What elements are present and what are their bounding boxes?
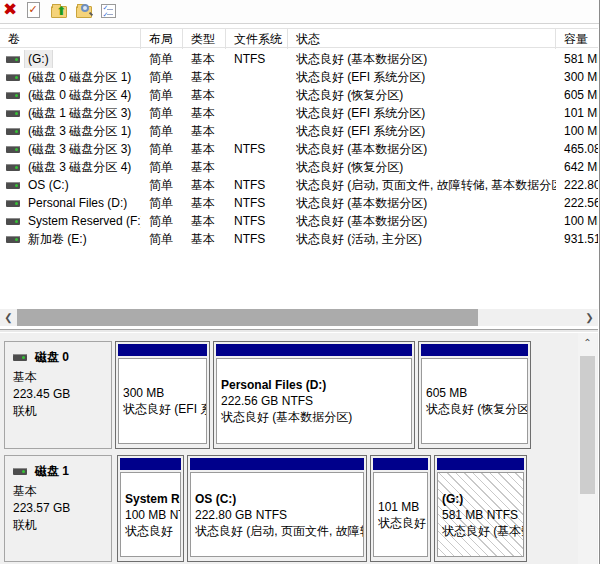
- disk-1-row: 磁盘 1 基本 223.57 GB 联机 System Reserved (F:…: [4, 455, 576, 562]
- table-row-new-volume-e[interactable]: 新加卷 (E:) 简单 基本 NTFS 状态良好 (活动, 主分区) 931.5…: [0, 230, 598, 248]
- partition-color-bar: [190, 458, 364, 470]
- disk-icon: [13, 468, 27, 475]
- volume-name: (磁盘 1 磁盘分区 3): [25, 104, 134, 122]
- check-document-icon[interactable]: [24, 1, 42, 19]
- table-row-system-reserved[interactable]: System Reserved (F:) 简单 基本 NTFS 状态良好 (基本…: [0, 212, 598, 230]
- scroll-up-icon[interactable]: ⌃: [578, 335, 597, 351]
- scrollbar-thumb[interactable]: [580, 356, 595, 494]
- column-header-status[interactable]: 状态: [288, 29, 556, 49]
- volume-icon: [6, 146, 20, 153]
- partition-efi-101mb[interactable]: 101 MB 状态良好 (EFI 系统分区): [370, 455, 431, 562]
- scrollbar-thumb[interactable]: [17, 309, 478, 326]
- disk-size: 223.45 GB: [13, 386, 111, 403]
- volume-name: 新加卷 (E:): [25, 230, 90, 248]
- partition-color-bar: [421, 344, 528, 356]
- partition-g-selected[interactable]: (G:) 581 MB NTFS 状态良好 (基本数据分区): [434, 455, 527, 562]
- table-row[interactable]: (磁盘 3 磁盘分区 4) 简单 基本 状态良好 (恢复分区) 642 MB: [0, 158, 598, 176]
- volume-icon: [6, 200, 20, 207]
- disk-status: 联机: [13, 403, 111, 420]
- scroll-left-icon[interactable]: ❮: [0, 309, 17, 326]
- disk-name: 磁盘 0: [35, 349, 69, 366]
- volume-icon: [6, 182, 20, 189]
- partition-color-bar: [373, 458, 428, 470]
- folder-explore-icon[interactable]: [75, 1, 93, 19]
- volume-name: OS (C:): [25, 176, 72, 194]
- disk-size: 223.57 GB: [13, 500, 111, 517]
- horizontal-scrollbar[interactable]: ❮ ❯: [0, 309, 598, 326]
- table-row-personal-files[interactable]: Personal Files (D:) 简单 基本 NTFS 状态良好 (基本数…: [0, 194, 598, 212]
- column-header-capacity[interactable]: 容量: [556, 29, 598, 49]
- volume-name: (磁盘 3 磁盘分区 1): [25, 122, 134, 140]
- column-header-layout[interactable]: 布局: [141, 29, 183, 49]
- volume-name: (磁盘 3 磁盘分区 4): [25, 158, 134, 176]
- table-row[interactable]: (磁盘 3 磁盘分区 3) 简单 基本 NTFS 状态良好 (基本数据分区) 4…: [0, 140, 598, 158]
- partition-efi[interactable]: 300 MB 状态良好 (EFI 系统分区): [115, 341, 210, 449]
- volume-icon: [6, 128, 20, 135]
- scroll-right-icon[interactable]: ❯: [581, 309, 598, 326]
- graphical-view: 磁盘 0 基本 223.45 GB 联机 300 MB 状态良好 (EFI 系统…: [0, 333, 598, 564]
- disk-type: 基本: [13, 483, 111, 500]
- partition-system-reserved-f[interactable]: System Reserved (F:) 100 MB NTFS 状态良好: [117, 455, 184, 562]
- toolbar: ✖ ⬆: [0, 0, 599, 24]
- partition-recovery[interactable]: 605 MB 状态良好 (恢复分区): [418, 341, 531, 449]
- partition-os-c[interactable]: OS (C:) 222.80 GB NTFS 状态良好 (启动, 页面文件, 故…: [187, 455, 367, 562]
- partition-personal-files-d[interactable]: Personal Files (D:) 222.56 GB NTFS 状态良好 …: [213, 341, 415, 449]
- volume-name: Personal Files (D:): [25, 194, 130, 212]
- volume-list: 卷 布局 类型 文件系统 状态 容量 (G:) 简单 基本 NTFS 状态良好 …: [0, 24, 598, 309]
- volume-icon: [6, 92, 20, 99]
- column-header-type[interactable]: 类型: [183, 29, 226, 49]
- volume-icon: [6, 236, 20, 243]
- volume-icon: [6, 218, 20, 225]
- volume-icon: [6, 110, 20, 117]
- disk-0-row: 磁盘 0 基本 223.45 GB 联机 300 MB 状态良好 (EFI 系统…: [4, 341, 576, 449]
- partition-color-bar: [216, 344, 412, 356]
- vertical-scrollbar[interactable]: ⌃: [578, 333, 597, 564]
- properties-list-icon[interactable]: [99, 1, 117, 19]
- table-header: 卷 布局 类型 文件系统 状态 容量: [0, 28, 598, 48]
- volume-icon: [6, 56, 20, 63]
- partition-color-bar: [437, 458, 524, 470]
- disk-1-label[interactable]: 磁盘 1 基本 223.57 GB 联机: [4, 455, 112, 562]
- folder-up-icon[interactable]: ⬆: [50, 1, 68, 19]
- volume-name: (磁盘 0 磁盘分区 1): [25, 68, 134, 86]
- column-header-volume[interactable]: 卷: [0, 29, 141, 49]
- volume-icon: [6, 164, 20, 171]
- volume-name: System Reserved (F:): [25, 212, 141, 230]
- table-row-os-c[interactable]: OS (C:) 简单 基本 NTFS 状态良好 (启动, 页面文件, 故障转储,…: [0, 176, 598, 194]
- disk-icon: [13, 354, 27, 361]
- disk-name: 磁盘 1: [35, 463, 69, 480]
- delete-volume-icon[interactable]: ✖: [1, 1, 19, 19]
- volume-name: (磁盘 3 磁盘分区 3): [25, 140, 134, 158]
- volume-name: (G:): [25, 50, 52, 68]
- disk-type: 基本: [13, 369, 111, 386]
- volume-icon: [6, 74, 20, 81]
- disk-management-window: ✖ ⬆ 卷 布局 类型 文件系统 状态 容量 (G:) 简单 基本 NTFS 状…: [0, 0, 600, 564]
- disk-status: 联机: [13, 517, 111, 534]
- table-row[interactable]: (磁盘 1 磁盘分区 3) 简单 基本 状态良好 (EFI 系统分区) 101 …: [0, 104, 598, 122]
- table-row[interactable]: (磁盘 0 磁盘分区 4) 简单 基本 状态良好 (恢复分区) 605 MB: [0, 86, 598, 104]
- column-header-filesystem[interactable]: 文件系统: [226, 29, 288, 49]
- volume-name: (磁盘 0 磁盘分区 4): [25, 86, 134, 104]
- disk-0-label[interactable]: 磁盘 0 基本 223.45 GB 联机: [4, 341, 112, 449]
- table-row-g[interactable]: (G:) 简单 基本 NTFS 状态良好 (基本数据分区) 581 MB: [0, 50, 598, 68]
- partition-color-bar: [118, 344, 207, 356]
- partition-color-bar: [120, 458, 181, 470]
- table-row[interactable]: (磁盘 0 磁盘分区 1) 简单 基本 状态良好 (EFI 系统分区) 300 …: [0, 68, 598, 86]
- table-row[interactable]: (磁盘 3 磁盘分区 1) 简单 基本 状态良好 (EFI 系统分区) 100 …: [0, 122, 598, 140]
